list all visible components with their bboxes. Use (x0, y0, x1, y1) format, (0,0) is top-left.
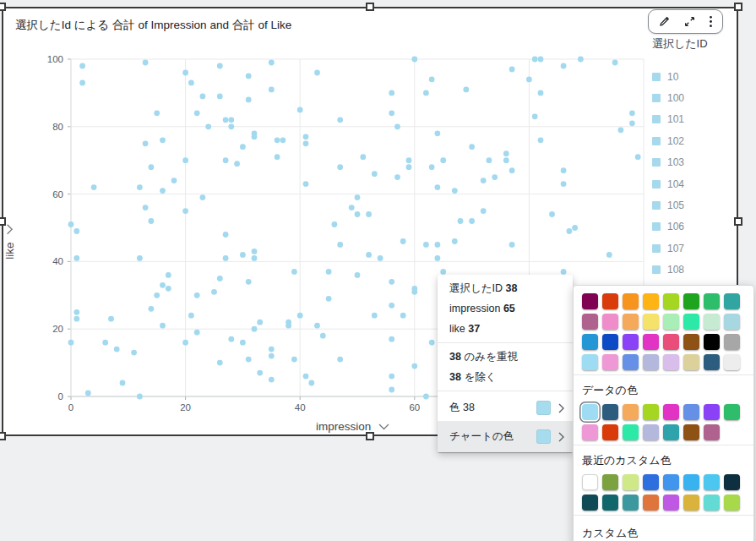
scatter-point[interactable] (435, 184, 441, 190)
scatter-point[interactable] (629, 120, 635, 126)
scatter-point[interactable] (246, 74, 252, 79)
color-swatch[interactable] (623, 334, 639, 350)
scatter-point[interactable] (549, 211, 555, 217)
y-axis-label[interactable]: like (3, 223, 16, 259)
scatter-point[interactable] (337, 164, 343, 170)
scatter-point[interactable] (629, 110, 635, 116)
scatter-point[interactable] (452, 238, 458, 244)
color-swatch[interactable] (683, 424, 699, 440)
scatter-point[interactable] (532, 113, 538, 119)
color-swatch[interactable] (683, 354, 699, 370)
scatter-point[interactable] (234, 161, 240, 167)
scatter-point[interactable] (372, 313, 378, 319)
scatter-point[interactable] (297, 313, 303, 319)
scatter-point[interactable] (389, 90, 394, 96)
scatter-point[interactable] (240, 340, 246, 346)
color-swatch[interactable] (602, 314, 618, 330)
scatter-point[interactable] (469, 218, 475, 224)
scatter-point[interactable] (538, 137, 544, 143)
scatter-point[interactable] (275, 137, 280, 143)
scatter-point[interactable] (389, 387, 394, 393)
color-swatch[interactable] (582, 354, 598, 370)
scatter-point[interactable] (320, 333, 326, 339)
scatter-point[interactable] (252, 326, 258, 332)
scatter-point[interactable] (223, 232, 229, 238)
color-swatch[interactable] (704, 354, 720, 370)
color-swatch[interactable] (663, 354, 679, 370)
scatter-point[interactable] (394, 174, 400, 180)
scatter-point[interactable] (194, 292, 200, 298)
scatter-point[interactable] (440, 269, 446, 275)
menu-item-focus-only[interactable]: 38 のみを重視 (438, 347, 573, 367)
scatter-point[interactable] (303, 374, 309, 380)
scatter-point[interactable] (411, 289, 417, 295)
scatter-point[interactable] (149, 164, 155, 170)
scatter-point[interactable] (73, 228, 79, 234)
color-swatch[interactable] (663, 314, 679, 330)
color-swatch[interactable] (704, 495, 720, 511)
scatter-point[interactable] (423, 90, 429, 96)
scatter-point[interactable] (469, 144, 475, 150)
color-swatch[interactable] (663, 495, 679, 511)
resize-handle-top-right[interactable] (734, 3, 742, 11)
scatter-point[interactable] (149, 306, 155, 312)
scatter-point[interactable] (435, 130, 441, 136)
color-swatch[interactable] (683, 495, 699, 511)
color-swatch[interactable] (623, 314, 639, 330)
scatter-point[interactable] (538, 90, 544, 96)
scatter-point[interactable] (389, 374, 394, 380)
scatter-point[interactable] (131, 350, 137, 356)
color-swatch[interactable] (704, 314, 720, 330)
scatter-point[interactable] (394, 123, 400, 129)
scatter-point[interactable] (102, 340, 108, 346)
scatter-point[interactable] (389, 303, 394, 309)
color-swatch[interactable] (602, 424, 618, 440)
scatter-point[interactable] (509, 242, 515, 248)
scatter-point[interactable] (160, 137, 166, 143)
scatter-point[interactable] (606, 252, 612, 258)
scatter-point[interactable] (269, 377, 275, 383)
scatter-point[interactable] (228, 117, 234, 123)
scatter-point[interactable] (303, 140, 309, 146)
scatter-point[interactable] (73, 255, 79, 261)
scatter-point[interactable] (503, 150, 509, 156)
scatter-point[interactable] (297, 107, 303, 113)
color-swatch[interactable] (582, 293, 598, 309)
color-swatch[interactable] (602, 293, 618, 309)
scatter-point[interactable] (291, 269, 297, 275)
color-swatch[interactable] (683, 314, 699, 330)
scatter-point[interactable] (618, 127, 624, 133)
scatter-point[interactable] (188, 80, 194, 86)
scatter-point[interactable] (532, 57, 538, 63)
scatter-point[interactable] (246, 279, 252, 285)
scatter-point[interactable] (211, 289, 217, 295)
scatter-point[interactable] (366, 211, 372, 217)
scatter-point[interactable] (400, 238, 406, 244)
expand-icon[interactable] (683, 15, 696, 28)
color-swatch[interactable] (602, 404, 618, 420)
scatter-point[interactable] (538, 57, 544, 63)
scatter-point[interactable] (567, 228, 573, 234)
scatter-point[interactable] (578, 57, 584, 63)
scatter-point[interactable] (246, 97, 252, 103)
color-swatch[interactable] (704, 424, 720, 440)
scatter-point[interactable] (228, 336, 234, 342)
scatter-point[interactable] (68, 221, 74, 227)
color-swatch[interactable] (582, 495, 598, 511)
scatter-point[interactable] (154, 110, 160, 116)
x-axis-label[interactable]: impression (316, 420, 389, 433)
scatter-point[interactable] (166, 286, 171, 292)
color-swatch[interactable] (704, 404, 720, 420)
scatter-point[interactable] (257, 320, 263, 325)
scatter-point[interactable] (269, 347, 275, 352)
resize-handle-top-left[interactable] (0, 3, 6, 11)
scatter-point[interactable] (275, 154, 280, 160)
scatter-point[interactable] (149, 218, 155, 224)
scatter-point[interactable] (200, 194, 206, 200)
color-swatch[interactable] (683, 474, 699, 490)
scatter-point[interactable] (355, 272, 361, 278)
scatter-point[interactable] (423, 394, 429, 400)
scatter-point[interactable] (120, 380, 126, 386)
color-swatch[interactable] (683, 293, 699, 309)
scatter-point[interactable] (73, 309, 79, 315)
